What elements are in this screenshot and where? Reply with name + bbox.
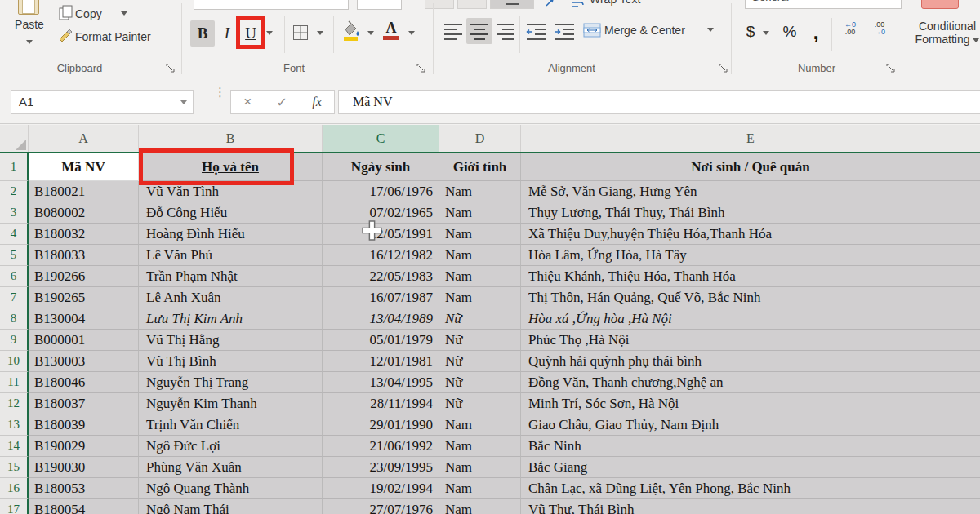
row-header[interactable]: 12 bbox=[0, 393, 29, 414]
number-format-box[interactable]: General bbox=[745, 0, 902, 9]
cell-full-name[interactable]: Trịnh Văn Chiến bbox=[139, 414, 323, 436]
cell-employee-id[interactable]: B180021 bbox=[29, 181, 139, 202]
row-header[interactable]: 14 bbox=[0, 436, 29, 457]
cell-employee-id[interactable]: B190029 bbox=[29, 436, 139, 457]
clipboard-dialog-launcher[interactable] bbox=[166, 64, 176, 73]
cell-full-name[interactable]: Vũ Thị Bình bbox=[139, 351, 323, 372]
number-dialog-launcher[interactable] bbox=[886, 64, 896, 73]
cell-gender[interactable]: Nữ bbox=[439, 372, 521, 393]
conditional-formatting-button[interactable]: Conditional Formatting bbox=[915, 15, 980, 51]
row-header[interactable]: 5 bbox=[0, 245, 29, 266]
wrap-text-icon[interactable] bbox=[572, 0, 585, 8]
row-header[interactable]: 17 bbox=[0, 499, 29, 514]
row-header[interactable]: 3 bbox=[0, 202, 29, 224]
align-center-button[interactable] bbox=[466, 18, 492, 44]
cell-birth-date[interactable]: 13/04/1989 bbox=[323, 308, 439, 330]
cell-employee-id[interactable]: B130004 bbox=[29, 308, 139, 330]
insert-function-icon[interactable]: fx bbox=[312, 95, 322, 109]
cell-birth-date[interactable]: 17/06/1976 bbox=[323, 181, 439, 202]
cell-employee-id[interactable]: B190265 bbox=[29, 287, 139, 308]
cell-birth-date[interactable]: 12/01/1981 bbox=[323, 351, 439, 372]
cell-gender[interactable]: Nam bbox=[439, 457, 521, 478]
row-header-1[interactable]: 1 bbox=[0, 153, 29, 181]
chevron-down-icon[interactable] bbox=[266, 31, 273, 35]
chevron-down-icon[interactable] bbox=[317, 31, 323, 35]
chevron-down-icon[interactable] bbox=[368, 31, 374, 35]
cell-origin[interactable]: Vũ Thư, Thái Bình bbox=[521, 499, 980, 514]
cell-birth-date[interactable]: 05/01/1979 bbox=[323, 330, 439, 351]
chevron-down-icon[interactable] bbox=[707, 28, 714, 32]
cell-origin[interactable]: Hòa xá ,Ứng hòa ,Hà Nội bbox=[521, 308, 980, 330]
cell-gender[interactable]: Nam bbox=[439, 414, 521, 436]
cell-gender[interactable]: Nam bbox=[439, 245, 521, 266]
cell-full-name[interactable]: Trần Phạm Nhật bbox=[139, 266, 323, 287]
cell-e1[interactable]: Nơi sinh / Quê quán bbox=[521, 153, 980, 181]
cell-full-name[interactable]: Nguyễn Thị Trang bbox=[139, 372, 323, 393]
chevron-down-icon[interactable] bbox=[763, 31, 769, 35]
cell-birth-date[interactable]: 28/11/1994 bbox=[323, 393, 439, 414]
cell-full-name[interactable]: Hoàng Đình Hiếu bbox=[139, 224, 323, 245]
cell-birth-date[interactable]: 16/07/1987 bbox=[323, 287, 439, 308]
cell-birth-date[interactable]: 16/12/1982 bbox=[323, 245, 439, 266]
formula-bar-handle[interactable]: ⋮ bbox=[214, 87, 226, 96]
cell-employee-id[interactable]: B180054 bbox=[29, 499, 139, 514]
cell-gender[interactable]: Nữ bbox=[439, 393, 521, 414]
cell-gender[interactable]: Nữ bbox=[439, 308, 521, 330]
cell-employee-id[interactable]: B180039 bbox=[29, 414, 139, 436]
cell-origin[interactable]: Thụy Lương, Thái Thụy, Thái Bình bbox=[521, 202, 980, 224]
cell-employee-id[interactable]: B180033 bbox=[29, 245, 139, 266]
cell-origin[interactable]: Mễ Sở, Văn Giang, Hưng Yên bbox=[521, 181, 980, 202]
cell-origin[interactable]: Hòa Lâm, Ứng Hòa, Hà Tây bbox=[521, 245, 980, 266]
enter-icon[interactable]: ✓ bbox=[276, 95, 287, 110]
increase-decimal-button[interactable]: ←0.00 bbox=[838, 21, 862, 42]
column-header-a[interactable]: A bbox=[29, 125, 139, 152]
cell-full-name[interactable]: Vũ Thị Hằng bbox=[139, 330, 323, 351]
column-header-d[interactable]: D bbox=[439, 125, 521, 152]
wrap-text-label[interactable]: Wrap Text bbox=[590, 0, 641, 7]
fill-color-icon[interactable] bbox=[340, 20, 361, 42]
row-header[interactable]: 7 bbox=[0, 287, 29, 308]
font-color-icon[interactable]: A bbox=[382, 20, 400, 42]
cell-full-name[interactable]: Lê Anh Xuân bbox=[139, 287, 323, 308]
cell-gender[interactable]: Nam bbox=[439, 499, 521, 514]
cell-gender[interactable]: Nữ bbox=[439, 351, 521, 372]
cell-gender[interactable]: Nam bbox=[439, 202, 521, 224]
cell-origin[interactable]: Quỳnh hải quỳnh phụ thái bình bbox=[521, 351, 980, 372]
cell-origin[interactable]: Bắc Ninh bbox=[521, 436, 980, 457]
cell-employee-id[interactable]: B180032 bbox=[29, 224, 139, 245]
align-left-icon[interactable] bbox=[443, 22, 463, 40]
cell-origin[interactable]: Đồng Văn, Thanh chương,Nghệ an bbox=[521, 372, 980, 393]
chevron-down-icon[interactable] bbox=[408, 31, 415, 35]
cell-employee-id[interactable]: B000001 bbox=[29, 330, 139, 351]
cell-origin[interactable]: Thị Thôn, Hán Quảng, Quế Võ, Bắc Ninh bbox=[521, 287, 980, 308]
bold-button[interactable]: B bbox=[190, 20, 215, 47]
comma-format-button[interactable]: , bbox=[807, 20, 825, 44]
cell-gender[interactable]: Nam bbox=[439, 478, 521, 499]
cell-origin[interactable]: Thiệu Khánh, Thiệu Hóa, Thanh Hóa bbox=[521, 266, 980, 287]
cell-c1[interactable]: Ngày sinh bbox=[323, 153, 439, 181]
chevron-down-icon[interactable] bbox=[121, 11, 127, 16]
borders-icon[interactable] bbox=[292, 24, 309, 41]
cell-gender[interactable]: Nam bbox=[439, 224, 521, 245]
cell-employee-id[interactable]: B190030 bbox=[29, 457, 139, 478]
percent-format-button[interactable]: % bbox=[779, 20, 800, 44]
cell-full-name[interactable]: Ngô Đức Lợi bbox=[139, 436, 323, 457]
cell-full-name[interactable]: Đỗ Công Hiếu bbox=[139, 202, 323, 224]
cell-full-name[interactable]: Lưu Thị Kim Anh bbox=[139, 308, 323, 330]
row-header[interactable]: 6 bbox=[0, 266, 29, 287]
cell-d1[interactable]: Giới tính bbox=[439, 153, 521, 181]
row-header[interactable]: 13 bbox=[0, 414, 29, 436]
cell-employee-id[interactable]: B080002 bbox=[29, 202, 139, 224]
row-header[interactable]: 2 bbox=[0, 181, 29, 202]
formula-input[interactable]: Mã NV bbox=[338, 90, 980, 114]
copy-button[interactable]: Copy bbox=[75, 7, 114, 21]
row-header[interactable]: 8 bbox=[0, 308, 29, 330]
cell-gender[interactable]: Nam bbox=[439, 181, 521, 202]
decrease-indent-icon[interactable] bbox=[526, 22, 547, 40]
cell-birth-date[interactable]: 22/05/1983 bbox=[323, 266, 439, 287]
italic-button[interactable]: I bbox=[217, 20, 237, 47]
paste-button[interactable]: Paste bbox=[8, 16, 51, 33]
cell-origin[interactable]: Giao Châu, Giao Thủy, Nam Định bbox=[521, 414, 980, 436]
cell-full-name[interactable]: Nguyễn Kim Thanh bbox=[139, 393, 323, 414]
column-header-e[interactable]: E bbox=[521, 125, 980, 152]
